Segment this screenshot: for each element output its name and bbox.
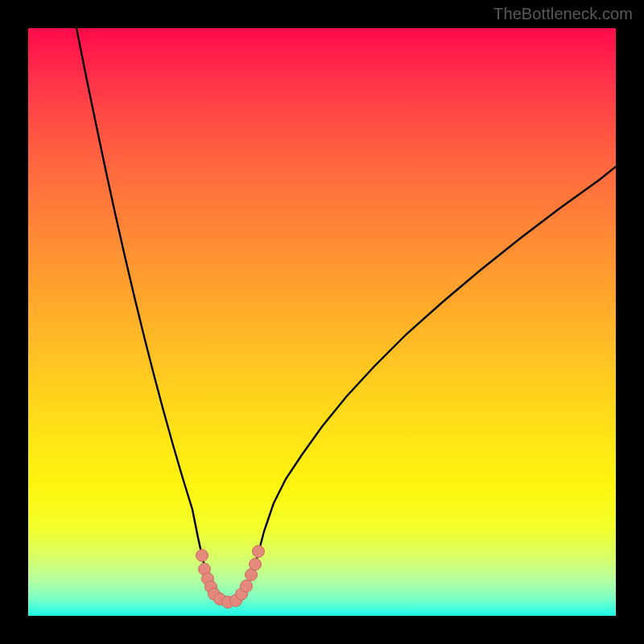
data-marker xyxy=(241,580,253,592)
chart-frame: TheBottleneck.com xyxy=(0,0,644,644)
data-marker xyxy=(253,546,265,558)
curve-layer xyxy=(28,28,616,616)
plot-area xyxy=(28,28,616,616)
trough-markers xyxy=(196,546,265,609)
right-curve xyxy=(226,167,616,602)
data-marker xyxy=(250,559,262,571)
left-curve xyxy=(76,28,226,602)
data-marker xyxy=(196,550,208,562)
watermark-text: TheBottleneck.com xyxy=(493,5,633,23)
